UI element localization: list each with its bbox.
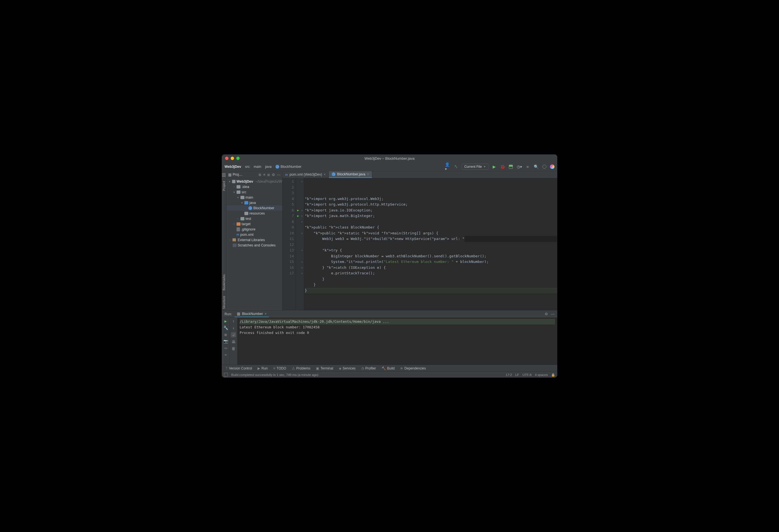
run-output[interactable]: /Library/Java/JavaVirtualMachines/jdk-20…: [237, 318, 557, 365]
tree-row[interactable]: ▾java: [227, 200, 282, 205]
scratches[interactable]: Scratches and Consoles: [227, 242, 282, 248]
gutter-run-icon[interactable]: ▶: [296, 213, 300, 219]
fold-icon[interactable]: ⊟: [300, 179, 304, 185]
stop-button[interactable]: ■: [525, 164, 530, 170]
code-line[interactable]: "k">import java.io.IOException;: [305, 208, 557, 214]
structure-tab[interactable]: Structure: [222, 295, 226, 310]
tab-version-control[interactable]: ᛘVersion Control: [224, 366, 254, 371]
tree-arrow-icon[interactable]: ▾: [240, 201, 243, 204]
code-line[interactable]: BigInteger blockNumber = web3.ethBlockNu…: [305, 253, 557, 259]
run-gutter[interactable]: ▶▶: [296, 178, 300, 310]
fold-icon[interactable]: ⊟: [300, 219, 304, 225]
fold-icon[interactable]: [300, 253, 304, 259]
close-icon[interactable]: ×: [264, 312, 266, 316]
bc-root[interactable]: Web3jDev: [225, 165, 241, 169]
project-tab[interactable]: Project: [222, 180, 226, 192]
window-minimize[interactable]: [231, 157, 234, 160]
code-line[interactable]: }: [305, 282, 557, 288]
line-ending[interactable]: LF: [515, 373, 519, 376]
stop-icon[interactable]: ■: [225, 332, 227, 337]
tab-blocknumber[interactable]: C BlockNumber.java ×: [329, 171, 372, 178]
tree-row[interactable]: ›.idea: [227, 184, 282, 189]
readonly-lock-icon[interactable]: 🔒: [551, 373, 555, 377]
print-icon[interactable]: 🖶: [232, 340, 235, 344]
file-encoding[interactable]: UTF-8: [522, 373, 532, 376]
tab-todo[interactable]: ≡TODO: [271, 366, 288, 371]
project-panel-title[interactable]: ▥ Proj…: [228, 173, 242, 177]
tab-profiler[interactable]: ◷Profiler: [359, 366, 378, 371]
settings-icon[interactable]: [542, 164, 547, 170]
caret-position[interactable]: 17:2: [506, 373, 512, 376]
tree-row[interactable]: ›target: [227, 221, 282, 227]
locate-icon[interactable]: ⊕: [258, 173, 261, 177]
tab-terminal[interactable]: ▣Terminal: [314, 366, 335, 371]
project-tool-icon[interactable]: ▥: [222, 172, 226, 176]
trash-icon[interactable]: 🗑: [232, 346, 235, 351]
code-line[interactable]: Web3j web3 = Web3j."it">build("k">new Ht…: [305, 236, 557, 242]
breadcrumb[interactable]: Web3jDev 〉 src 〉 main 〉 java 〉 CBlockNum…: [225, 165, 301, 169]
profile-button[interactable]: ◷▾: [517, 164, 522, 170]
code-line[interactable]: } "k">catch (IOException e) {: [305, 265, 557, 271]
window-zoom[interactable]: [236, 157, 240, 160]
fold-icon[interactable]: ⊟: [300, 259, 304, 265]
tree-arrow-icon[interactable]: ›: [233, 223, 235, 226]
external-libraries[interactable]: › External Libraries: [227, 237, 282, 242]
tab-dependencies[interactable]: ≋Dependencies: [398, 366, 428, 371]
code-line[interactable]: }: [305, 288, 557, 294]
code-line[interactable]: "k">public "k">class BlockNumber {: [305, 225, 557, 231]
code-line[interactable]: "k">import org.web3j.protocol.http.HttpS…: [305, 202, 557, 208]
code-line[interactable]: "k">import org.web3j.protocol.Web3j;: [305, 196, 557, 202]
bottom-tool-tabs[interactable]: ᛘVersion Control ▶Run ≡TODO ⚠Problems ▣T…: [222, 365, 557, 371]
coverage-button[interactable]: [508, 164, 514, 170]
editor-tabs[interactable]: m pom.xml (Web3jDev) × C BlockNumber.jav…: [283, 171, 557, 178]
tree-row[interactable]: ›test: [227, 216, 282, 221]
indent-config[interactable]: 4 spaces: [535, 373, 548, 376]
fold-gutter[interactable]: ⊟⊟⊟⊟⊟⊟⊟⊟⊟: [300, 178, 304, 310]
run-config-tab[interactable]: ▥ BlockNumber ×: [235, 311, 269, 317]
bookmarks-tab[interactable]: Bookmarks: [222, 273, 226, 292]
code-line[interactable]: [305, 242, 557, 248]
tab-run[interactable]: ▶Run: [255, 366, 270, 371]
rerun-icon[interactable]: ▶: [225, 319, 227, 323]
tool-window-quick-access-icon[interactable]: [224, 373, 228, 377]
scroll-down-icon[interactable]: ↓: [232, 326, 235, 330]
tree-arrow-icon[interactable]: ›: [237, 217, 239, 220]
code-line[interactable]: "k">import java.math.BigInteger;: [305, 213, 557, 219]
expand-all-icon[interactable]: ≡: [263, 173, 265, 177]
panel-settings-icon[interactable]: ⚙: [272, 173, 275, 177]
tree-row[interactable]: CBlockNumber: [227, 205, 282, 211]
project-tree[interactable]: ▾ Web3jDev ~/IdeaProjects/W ›.idea▾src▾m…: [227, 178, 282, 310]
fold-icon[interactable]: ⊟: [300, 213, 304, 219]
fold-icon[interactable]: ⊟: [300, 271, 304, 276]
tab-problems[interactable]: ⚠Problems: [290, 366, 313, 371]
bc-src[interactable]: src: [245, 165, 250, 169]
tree-arrow-icon[interactable]: ›: [233, 185, 235, 188]
code-line[interactable]: }: [305, 276, 557, 282]
bc-main[interactable]: main: [254, 165, 261, 169]
chevron-down-icon[interactable]: ▾: [229, 180, 231, 183]
code-line[interactable]: System."it">out.println("Latest Ethereum…: [305, 259, 557, 265]
run-config-selector[interactable]: Current File ▼: [462, 164, 488, 170]
tree-row[interactable]: mpom.xml: [227, 232, 282, 237]
tab-build[interactable]: 🔨Build: [379, 366, 397, 371]
code-line[interactable]: "k">try {: [305, 247, 557, 253]
panel-hide-icon[interactable]: —: [277, 173, 281, 177]
code-line[interactable]: e.printStackTrace();: [305, 271, 557, 276]
run-button[interactable]: ▶: [491, 164, 497, 170]
ide-logo-icon[interactable]: [550, 165, 554, 169]
bc-java[interactable]: java: [265, 165, 272, 169]
bc-class[interactable]: CBlockNumber: [276, 165, 301, 169]
fold-icon[interactable]: ⊟: [300, 265, 304, 271]
tab-services[interactable]: ◈Services: [337, 366, 358, 371]
camera-icon[interactable]: 📷: [224, 339, 228, 344]
columns-icon[interactable]: ▭: [225, 346, 227, 350]
tree-arrow-icon[interactable]: ▾: [233, 191, 235, 193]
soft-wrap-icon[interactable]: ↲: [231, 332, 236, 337]
tree-row[interactable]: ▾src: [227, 189, 282, 195]
scroll-up-icon[interactable]: ↑: [232, 319, 235, 323]
debug-button[interactable]: 🐞: [500, 164, 505, 170]
gutter-run-icon[interactable]: ▶: [296, 208, 300, 214]
more-icon[interactable]: »: [225, 352, 227, 357]
tree-root[interactable]: ▾ Web3jDev ~/IdeaProjects/W: [227, 179, 282, 184]
build-icon[interactable]: ⤴: [452, 163, 460, 170]
